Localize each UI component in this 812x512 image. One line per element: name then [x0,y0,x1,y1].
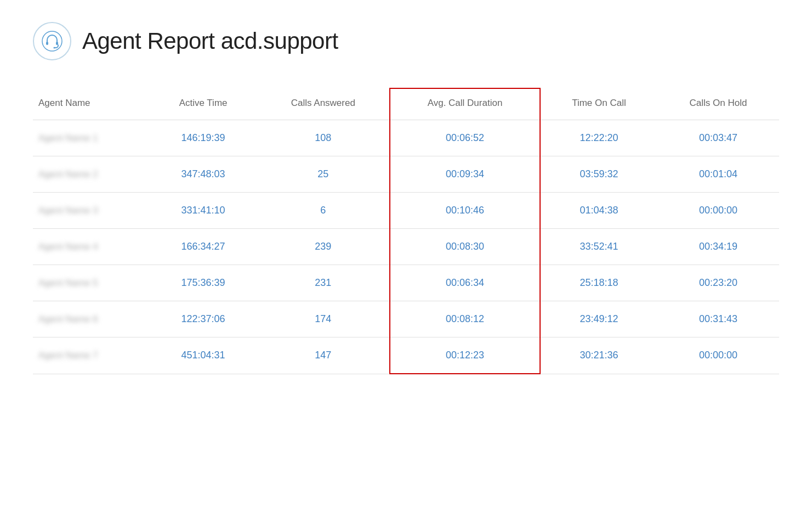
page-title: Agent Report acd.support [82,28,338,54]
avg-call-duration-cell: 00:12:23 [390,337,540,374]
avg-call-duration-cell: 00:08:30 [390,229,540,265]
agent-name-cell: Agent Name 2 [33,156,150,193]
table-row: Agent Name 6122:37:0617400:08:1223:49:12… [33,301,779,337]
calls-on-hold-cell: 00:00:00 [657,193,779,229]
agent-name: Agent Name 4 [38,241,98,252]
table-header-row: Agent Name Active Time Calls Answered Av… [33,88,779,120]
col-calls-on-hold: Calls On Hold [657,88,779,120]
time-on-call-cell: 01:04:38 [540,193,657,229]
col-active-time: Active Time [150,88,257,120]
col-agent-name: Agent Name [33,88,150,120]
agent-name-cell: Agent Name 3 [33,193,150,229]
agent-name-cell: Agent Name 5 [33,265,150,301]
col-time-on-call: Time On Call [540,88,657,120]
col-calls-answered: Calls Answered [257,88,390,120]
headset-icon [33,22,71,60]
active-time-cell: 122:37:06 [150,301,257,337]
calls-on-hold-cell: 00:23:20 [657,265,779,301]
page-header: Agent Report acd.support [33,22,779,60]
table-row: Agent Name 7451:04:3114700:12:2330:21:36… [33,337,779,374]
agent-name-cell: Agent Name 6 [33,301,150,337]
calls-on-hold-cell: 00:31:43 [657,301,779,337]
calls-on-hold-cell: 00:01:04 [657,156,779,193]
calls-answered-cell: 174 [257,301,390,337]
avg-call-duration-cell: 00:09:34 [390,156,540,193]
avg-call-duration-cell: 00:06:52 [390,120,540,156]
col-avg-call-duration: Avg. Call Duration [390,88,540,120]
calls-answered-cell: 147 [257,337,390,374]
time-on-call-cell: 33:52:41 [540,229,657,265]
avg-call-duration-cell: 00:08:12 [390,301,540,337]
report-table-container: Agent Name Active Time Calls Answered Av… [33,88,779,374]
calls-on-hold-cell: 00:34:19 [657,229,779,265]
calls-on-hold-cell: 00:00:00 [657,337,779,374]
svg-point-0 [42,31,62,51]
table-row: Agent Name 1146:19:3910800:06:5212:22:20… [33,120,779,156]
calls-on-hold-cell: 00:03:47 [657,120,779,156]
svg-point-3 [54,47,55,49]
svg-rect-2 [56,42,58,45]
agent-report-table: Agent Name Active Time Calls Answered Av… [33,88,779,374]
agent-name: Agent Name 7 [38,350,98,361]
agent-name: Agent Name 6 [38,314,98,324]
calls-answered-cell: 239 [257,229,390,265]
agent-name: Agent Name 5 [38,278,98,288]
active-time-cell: 175:36:39 [150,265,257,301]
calls-answered-cell: 6 [257,193,390,229]
avg-call-duration-cell: 00:10:46 [390,193,540,229]
calls-answered-cell: 25 [257,156,390,193]
table-row: Agent Name 5175:36:3923100:06:3425:18:18… [33,265,779,301]
active-time-cell: 331:41:10 [150,193,257,229]
table-row: Agent Name 2347:48:032500:09:3403:59:320… [33,156,779,193]
table-row: Agent Name 3331:41:10600:10:4601:04:3800… [33,193,779,229]
time-on-call-cell: 23:49:12 [540,301,657,337]
active-time-cell: 347:48:03 [150,156,257,193]
agent-name: Agent Name 3 [38,205,98,216]
avg-call-duration-cell: 00:06:34 [390,265,540,301]
time-on-call-cell: 03:59:32 [540,156,657,193]
time-on-call-cell: 12:22:20 [540,120,657,156]
agent-name: Agent Name 2 [38,169,98,179]
table-row: Agent Name 4166:34:2723900:08:3033:52:41… [33,229,779,265]
svg-rect-1 [46,42,48,45]
agent-name-cell: Agent Name 1 [33,120,150,156]
agent-name-cell: Agent Name 4 [33,229,150,265]
time-on-call-cell: 25:18:18 [540,265,657,301]
active-time-cell: 166:34:27 [150,229,257,265]
agent-name-cell: Agent Name 7 [33,337,150,374]
calls-answered-cell: 108 [257,120,390,156]
agent-name: Agent Name 1 [38,133,98,143]
active-time-cell: 451:04:31 [150,337,257,374]
calls-answered-cell: 231 [257,265,390,301]
time-on-call-cell: 30:21:36 [540,337,657,374]
active-time-cell: 146:19:39 [150,120,257,156]
